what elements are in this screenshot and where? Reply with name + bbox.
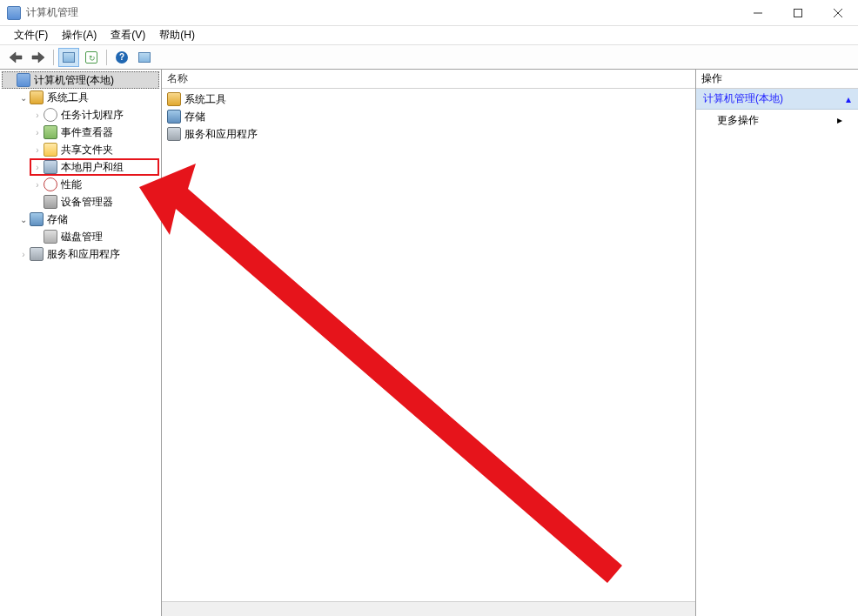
menu-view[interactable]: 查看(V) [104,26,152,44]
chevron-right-icon: ▸ [837,114,842,126]
tree-storage[interactable]: ⌄ 存储 [16,211,159,228]
tree-event-viewer[interactable]: › 事件查看器 [30,124,159,141]
expander-icon[interactable]: › [31,161,44,173]
list-item-label: 存储 [184,110,205,124]
tree-performance[interactable]: › 性能 [30,176,159,193]
tree-root[interactable]: ▸ 计算机管理(本地) [2,71,159,89]
show-hide-tree-icon [63,52,75,63]
toolbar-separator [106,50,107,65]
tree-label: 系统工具 [47,90,89,105]
maximize-button[interactable] [778,0,818,25]
tools-icon [167,92,181,106]
expander-icon[interactable]: › [31,126,44,138]
maximize-icon [794,9,802,17]
app-icon [7,6,21,20]
actions-more-label: 更多操作 [717,113,759,128]
tree-label: 任务计划程序 [61,108,124,123]
clock-icon [44,108,57,122]
tree-services-apps[interactable]: › 服务和应用程序 [16,245,159,263]
expander-icon[interactable]: › [17,248,30,260]
show-hide-tree-button[interactable] [58,48,79,67]
arrow-left-icon [9,51,23,64]
computer-icon [17,73,30,87]
menubar: 文件(F) 操作(A) 查看(V) 帮助(H) [0,26,858,45]
tree-label: 共享文件夹 [61,143,113,157]
svg-rect-0 [794,9,802,17]
back-button[interactable] [5,48,26,67]
properties-icon: ↻ [85,51,97,64]
performance-icon [44,177,57,191]
tree-system-tools[interactable]: ⌄ 系统工具 [16,89,159,106]
tree-root-label: 计算机管理(本地) [34,73,114,88]
tree-local-users-groups[interactable]: › 本地用户和组 [30,158,159,176]
actions-header: 操作 [696,70,858,89]
menu-help[interactable]: 帮助(H) [152,26,202,44]
minimize-icon [754,9,762,17]
horizontal-scrollbar[interactable] [162,601,695,616]
expander-icon[interactable]: ⌄ [17,213,30,225]
actions-more[interactable]: 更多操作 ▸ [696,110,858,131]
tree-label: 设备管理器 [61,195,113,210]
tree-panel[interactable]: ▸ 计算机管理(本地) ⌄ 系统工具 › 任务计划程序 › 事件查看器 [0,70,162,616]
menu-file[interactable]: 文件(F) [7,26,55,44]
close-icon [834,9,842,17]
menu-action[interactable]: 操作(A) [55,26,104,44]
show-hide-action-button[interactable] [134,48,155,67]
folder-icon [44,143,57,157]
expander-icon[interactable]: › [31,144,44,156]
expander-icon[interactable]: › [31,178,44,191]
tree-label: 事件查看器 [61,125,113,140]
storage-icon [167,110,181,124]
users-icon [44,160,57,174]
services-icon [167,127,181,141]
properties-button[interactable]: ↻ [81,48,102,67]
arrow-right-icon [31,51,45,64]
list-item-storage[interactable]: 存储 [165,108,692,125]
tools-icon [30,90,44,104]
storage-icon [30,212,44,226]
tree-label: 性能 [61,177,82,192]
tree-device-manager[interactable]: ▸ 设备管理器 [30,193,159,211]
toolbar: ↻ ? [0,45,858,70]
tree-label: 服务和应用程序 [47,247,120,262]
collapse-icon: ▴ [846,93,851,105]
minimize-button[interactable] [738,0,778,25]
expander-icon[interactable]: › [31,109,44,121]
list-item-services-apps[interactable]: 服务和应用程序 [165,125,692,143]
list-item-system-tools[interactable]: 系统工具 [165,90,692,108]
disk-icon [44,230,57,244]
device-manager-icon [44,195,57,209]
window-title: 计算机管理 [26,5,738,20]
services-icon [30,247,44,261]
list-column-header[interactable]: 名称 [162,70,695,89]
show-hide-action-icon [138,52,151,63]
tree-label: 存储 [47,212,68,227]
help-icon: ? [116,51,128,64]
actions-panel: 操作 计算机管理(本地) ▴ 更多操作 ▸ [696,70,858,616]
tree-label: 磁盘管理 [61,230,103,244]
list-item-label: 系统工具 [184,92,226,107]
close-button[interactable] [818,0,858,25]
help-button[interactable]: ? [111,48,132,67]
actions-section[interactable]: 计算机管理(本地) ▴ [696,89,858,110]
tree-task-scheduler[interactable]: › 任务计划程序 [30,106,159,124]
list-item-label: 服务和应用程序 [184,127,258,142]
tree-shared-folders[interactable]: › 共享文件夹 [30,141,159,158]
tree-disk-management[interactable]: ▸ 磁盘管理 [30,228,159,245]
actions-section-label: 计算机管理(本地) [703,91,783,106]
toolbar-separator [53,50,54,65]
event-icon [44,125,57,139]
forward-button[interactable] [28,48,49,67]
tree-label: 本地用户和组 [61,160,124,175]
expander-icon[interactable]: ⌄ [17,91,30,104]
list-panel[interactable]: 名称 系统工具 存储 服务和应用程序 [162,70,696,616]
